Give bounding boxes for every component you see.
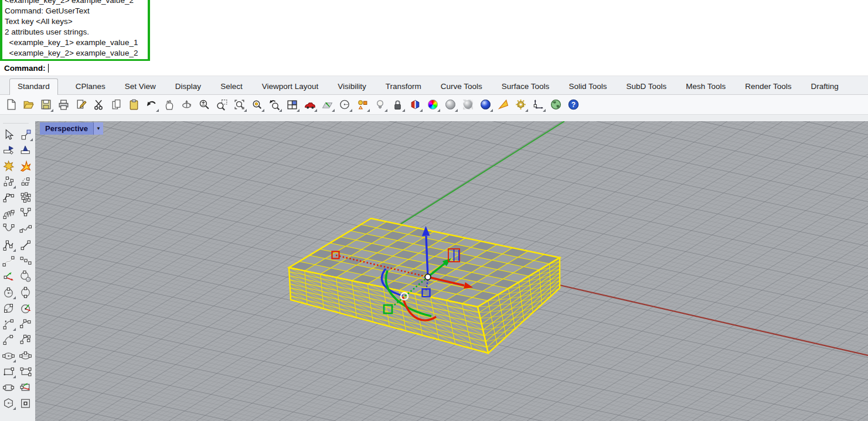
render-icon[interactable]: [478, 97, 493, 112]
new-document-icon[interactable]: [3, 97, 19, 112]
toolbar-tab-render-tools[interactable]: Render Tools: [743, 79, 793, 94]
circle-center-icon[interactable]: [1, 285, 16, 300]
undo-view-icon[interactable]: [267, 97, 282, 112]
car-icon[interactable]: [302, 97, 318, 112]
toolbar-tab-standard[interactable]: Standard: [9, 78, 58, 95]
lock-icon[interactable]: [390, 97, 406, 112]
print-icon[interactable]: [56, 97, 72, 112]
arc-tangent-icon[interactable]: [1, 332, 16, 347]
line-icon[interactable]: [18, 237, 33, 252]
toolbar-tab-solid-tools[interactable]: Solid Tools: [567, 79, 608, 94]
curve-v-icon[interactable]: [18, 206, 33, 221]
rectangle-vertical-icon[interactable]: [18, 379, 33, 395]
export-icon[interactable]: [73, 97, 89, 112]
arc-center-icon[interactable]: [1, 316, 16, 331]
zoom-selected-icon[interactable]: [249, 97, 265, 112]
chevron-down-icon: ▼: [96, 126, 101, 131]
select-arrow-icon[interactable]: [1, 126, 16, 142]
toolbar-tab-viewport-layout[interactable]: Viewport Layout: [260, 79, 321, 94]
open-file-icon[interactable]: [21, 97, 36, 112]
ellipse-center-icon[interactable]: [1, 348, 16, 363]
hide-objects-icon[interactable]: [1, 142, 16, 158]
circle-tool-icon[interactable]: [337, 97, 353, 112]
circle-diameter-icon[interactable]: [1, 300, 16, 316]
curve-closed-icon[interactable]: [18, 174, 33, 189]
viewport-menu-dropdown[interactable]: ▼: [93, 122, 103, 135]
viewport-layout-icon[interactable]: [284, 97, 300, 112]
rotate-view-icon[interactable]: [179, 97, 195, 112]
toolbar-tab-drafting[interactable]: Drafting: [809, 79, 840, 94]
toolbar-tab-mesh-tools[interactable]: Mesh Tools: [684, 79, 727, 94]
toolbar-tab-visibility[interactable]: Visibility: [336, 79, 368, 94]
point-cloud-icon[interactable]: [18, 190, 33, 205]
polygon-center-icon[interactable]: [1, 395, 16, 410]
paste-icon[interactable]: [126, 97, 142, 112]
copy-icon[interactable]: [108, 97, 124, 112]
render-cone-icon[interactable]: [495, 97, 511, 112]
control-points-icon[interactable]: [18, 126, 33, 142]
toolbar-tab-surface-tools[interactable]: Surface Tools: [500, 79, 552, 94]
perspective-viewport[interactable]: Perspective ▼: [35, 121, 868, 421]
toolbar-tab-select[interactable]: Select: [219, 79, 244, 94]
arc-3pt-icon[interactable]: [18, 316, 33, 331]
toolbar-tab-transform[interactable]: Transform: [384, 79, 423, 94]
lightbulb-icon[interactable]: [372, 97, 388, 112]
polyline-icon[interactable]: [1, 237, 16, 252]
command-history: <example_key_2> example_value_2Command: …: [0, 0, 868, 61]
zoom-extents-icon[interactable]: [232, 97, 247, 112]
toolbar-tab-curve-tools[interactable]: Curve Tools: [439, 79, 484, 94]
explode-icon[interactable]: [18, 158, 33, 173]
arc-points-icon[interactable]: [18, 332, 33, 347]
ellipse-diameter-icon[interactable]: [18, 348, 33, 363]
adjustable-blend-icon[interactable]: [18, 253, 33, 268]
parabola-icon[interactable]: [1, 221, 16, 237]
rounded-rectangle-icon[interactable]: [1, 379, 16, 395]
group-puzzle-icon[interactable]: [1, 158, 16, 173]
history-line-3: <example_key_1> example_value_1: [5, 37, 145, 48]
circle-2pt-icon[interactable]: [18, 285, 33, 300]
cut-icon[interactable]: [91, 97, 107, 112]
helix-icon[interactable]: [1, 206, 16, 221]
cplane-icon[interactable]: [319, 97, 335, 112]
circle-vertical-icon[interactable]: [18, 300, 33, 316]
undo-icon[interactable]: [144, 97, 159, 112]
ghosted-display-icon[interactable]: [460, 97, 476, 112]
toolbar-tab-cplanes[interactable]: CPlanes: [74, 79, 107, 94]
history-line-4: <example_key_2> example_value_2: [5, 48, 145, 59]
dimension-icon[interactable]: [530, 97, 546, 112]
polygon-edge-icon[interactable]: [18, 395, 33, 410]
rendered-display-icon[interactable]: [442, 97, 458, 112]
globe-icon[interactable]: [548, 97, 564, 112]
save-icon[interactable]: [38, 97, 54, 112]
history-line-2: 2 attributes user strings.: [5, 27, 145, 37]
show-objects-icon[interactable]: [18, 142, 33, 158]
viewport-canvas[interactable]: [35, 121, 868, 421]
rectangle-3pt-icon[interactable]: [18, 364, 33, 379]
blend-curve-icon[interactable]: [1, 253, 16, 268]
curve-interpolate-icon[interactable]: [1, 190, 16, 205]
help-icon[interactable]: ?: [566, 97, 581, 112]
cplane-axes-icon[interactable]: [1, 269, 16, 284]
sketch-curve-icon[interactable]: [18, 221, 33, 237]
tool-sidebar: [0, 115, 33, 421]
circle-tangent-icon[interactable]: [18, 269, 33, 284]
shaded-display-icon[interactable]: [425, 97, 441, 112]
command-prompt[interactable]: Command:: [0, 61, 868, 76]
toolbar-tab-row: StandardCPlanesSet ViewDisplaySelectView…: [0, 76, 868, 95]
zoom-window-icon[interactable]: [214, 97, 230, 112]
pan-icon[interactable]: [161, 97, 177, 112]
viewport-title-tab[interactable]: Perspective ▼: [40, 122, 103, 135]
osnap-icon[interactable]: [355, 97, 370, 112]
history-line-clipped: <example_key_2> example_value_2: [5, 0, 145, 6]
settings-gear-icon[interactable]: [513, 97, 529, 112]
wireframe-display-icon[interactable]: [407, 97, 423, 112]
zoom-dynamic-icon[interactable]: [196, 97, 212, 112]
toolbar-tab-set-view[interactable]: Set View: [123, 79, 158, 94]
curve-freeform-icon[interactable]: [1, 174, 16, 189]
rhino-window: <example_key_2> example_value_2Command: …: [0, 0, 868, 421]
viewport-title[interactable]: Perspective: [40, 122, 93, 135]
toolbar-tab-subd-tools[interactable]: SubD Tools: [624, 79, 668, 94]
text-cursor: [48, 64, 49, 73]
rectangle-corner-icon[interactable]: [1, 364, 16, 379]
toolbar-tab-display[interactable]: Display: [173, 79, 203, 94]
